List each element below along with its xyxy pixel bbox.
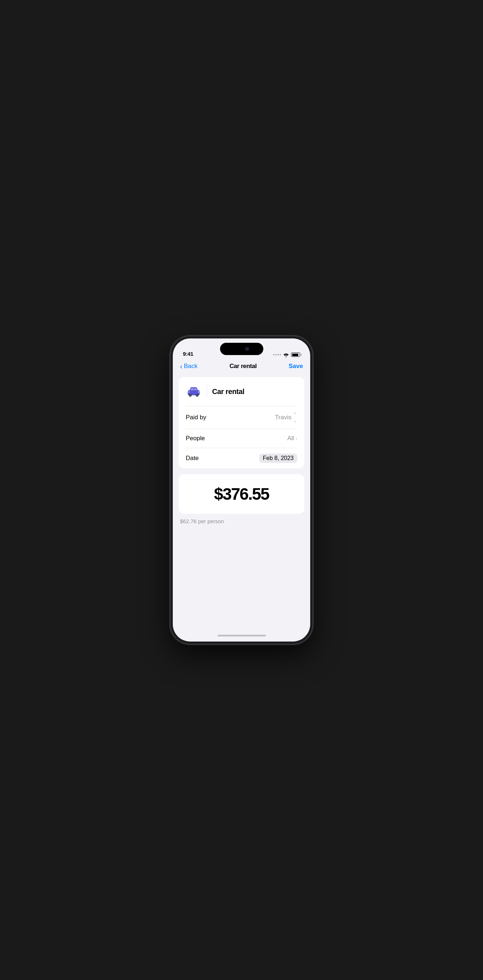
date-badge: Feb 8, 2023 — [259, 453, 297, 463]
phone-frame: 9:41 — [171, 336, 312, 644]
card-title: Car rental — [212, 388, 244, 396]
per-person-text: $62.76 per person — [178, 518, 305, 524]
status-time: 9:41 — [183, 351, 193, 357]
amount-card[interactable]: $376.55 — [178, 474, 305, 514]
expense-card: Car rental Paid by Travis ⌃⌄ People — [178, 377, 305, 468]
dynamic-island — [220, 343, 263, 355]
phone-screen: 9:41 — [173, 339, 310, 641]
status-icons — [273, 353, 300, 357]
svg-point-7 — [190, 395, 191, 396]
battery-icon — [291, 353, 300, 357]
people-row[interactable]: People All › — [178, 429, 305, 448]
svg-rect-5 — [194, 388, 197, 390]
signal-icon — [273, 354, 281, 355]
people-selection: All — [287, 435, 294, 442]
home-indicator — [173, 629, 310, 641]
svg-rect-11 — [198, 391, 200, 392]
home-bar — [218, 635, 266, 636]
back-chevron-icon: ‹ — [180, 363, 183, 370]
amount-value: $376.55 — [214, 484, 269, 504]
date-row[interactable]: Date Feb 8, 2023 — [178, 448, 305, 468]
svg-point-0 — [286, 356, 287, 358]
paid-by-row[interactable]: Paid by Travis ⌃⌄ — [178, 406, 305, 429]
header-divider — [207, 385, 207, 398]
back-button[interactable]: ‹ Back — [180, 363, 197, 370]
front-camera — [245, 347, 249, 351]
save-button[interactable]: Save — [289, 363, 303, 370]
people-label: People — [186, 435, 205, 442]
svg-rect-4 — [191, 388, 193, 390]
wifi-icon — [283, 353, 289, 357]
car-rental-icon — [187, 386, 200, 397]
card-header: Car rental — [178, 377, 305, 406]
picker-chevron-icon: ⌃⌄ — [293, 412, 297, 423]
content-area: Car rental Paid by Travis ⌃⌄ People — [173, 374, 310, 629]
people-value[interactable]: All › — [287, 435, 297, 442]
paid-by-value[interactable]: Travis ⌃⌄ — [275, 412, 297, 423]
paid-by-person: Travis — [275, 414, 291, 421]
back-label: Back — [184, 363, 198, 370]
date-value[interactable]: Feb 8, 2023 — [259, 453, 297, 463]
arrow-icon: › — [296, 436, 297, 441]
svg-rect-10 — [188, 391, 190, 392]
category-icon-container — [186, 383, 202, 399]
navigation-bar: ‹ Back Car rental Save — [173, 360, 310, 374]
date-label: Date — [186, 455, 199, 462]
svg-point-9 — [197, 395, 198, 396]
paid-by-label: Paid by — [186, 414, 207, 421]
page-title: Car rental — [229, 363, 256, 370]
